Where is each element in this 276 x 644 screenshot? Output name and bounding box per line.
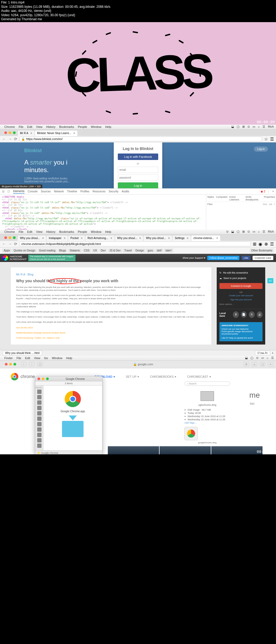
close-button[interactable]	[5, 363, 8, 366]
maximize-button[interactable]	[13, 236, 16, 239]
menu-icon[interactable]: ☰	[263, 230, 265, 234]
sidebar-button[interactable]: ▢	[37, 362, 43, 366]
app-menu[interactable]: Finder	[4, 356, 13, 360]
window-menu[interactable]: Window	[91, 125, 101, 128]
bookmark[interactable]: Travel	[123, 248, 133, 253]
close-icon[interactable]: ×	[30, 131, 32, 135]
ext-icon[interactable]: ⊕	[264, 241, 268, 247]
url-input[interactable]: chrome-extension://nlipoenfbbikpbjkfpfil…	[19, 241, 251, 246]
history-menu[interactable]: History	[46, 230, 55, 233]
menu-icon[interactable]: ☰	[263, 125, 265, 129]
create-account-link[interactable]: Create your own account	[219, 294, 263, 298]
bookmark[interactable]: Blogs	[57, 248, 67, 253]
reload-button[interactable]: ⟳	[14, 137, 17, 141]
audits-tab[interactable]: Audits	[122, 189, 129, 193]
minimize-button[interactable]	[9, 131, 11, 134]
forward-button[interactable]: →	[8, 242, 12, 246]
google-connect-button[interactable]: Connect to Google	[219, 283, 263, 289]
tag-pill[interactable]: 🏷	[267, 278, 273, 283]
search-icon[interactable]: ⌕	[258, 230, 260, 234]
sidebar-item[interactable]	[37, 400, 42, 405]
dropbox-icon[interactable]: ⬓	[245, 356, 248, 360]
add-icon[interactable]: +	[274, 203, 275, 206]
sidebar-item[interactable]	[37, 406, 42, 410]
email-input[interactable]	[118, 167, 158, 173]
save-pdf-button[interactable]: 📄	[241, 311, 247, 318]
sidebar-item[interactable]	[37, 438, 42, 442]
bookmarks-menu[interactable]: Bookmarks	[59, 125, 74, 128]
forward-button[interactable]: →	[8, 137, 12, 141]
computed-tab[interactable]: Computed	[216, 196, 227, 201]
bookmark[interactable]: CSS	[82, 248, 91, 253]
view-menu[interactable]: View	[36, 230, 43, 233]
search-icon[interactable]: ⌕	[258, 125, 260, 129]
elements-tab[interactable]: Elements	[13, 189, 25, 194]
reload-button[interactable]: ⟳	[14, 242, 17, 246]
tab[interactable]: Why you shoul...×	[115, 236, 143, 241]
bookmark[interactable]: Dev	[99, 248, 107, 253]
tab[interactable]: chrome-extensi...×	[191, 236, 220, 241]
chromecast-link[interactable]: CHROMECAST ▾	[187, 375, 211, 379]
forward-button[interactable]: ›	[29, 362, 34, 366]
sidebar-item[interactable]	[37, 411, 42, 415]
window-menu[interactable]: Window	[91, 230, 101, 233]
menu-icon[interactable]: ☰	[270, 241, 274, 247]
inspect-icon[interactable]: ⊡	[2, 189, 4, 193]
info-icon[interactable]: ⓘ	[250, 356, 253, 360]
finder-titlebar[interactable]: Google Chrome	[35, 376, 102, 381]
info-icon[interactable]: ⓘ	[237, 125, 240, 129]
battery-icon[interactable]: ▭	[253, 230, 255, 234]
copy-button[interactable]: ⎘	[249, 311, 254, 318]
network-tab[interactable]: Network	[54, 189, 64, 193]
close-button[interactable]	[4, 131, 7, 134]
help-menu[interactable]: Help	[105, 125, 111, 128]
dropbox-icon[interactable]: ⬓	[231, 125, 234, 129]
sidebar-item[interactable]	[37, 433, 42, 437]
mac-menubar[interactable]: Chrome File Edit View History Bookmarks …	[0, 125, 276, 130]
view-menu[interactable]: View	[36, 125, 43, 128]
app-menu[interactable]: Chrome	[4, 230, 15, 233]
minimize-button[interactable]	[42, 377, 44, 380]
login-button[interactable]: Log in	[118, 182, 158, 188]
bookmark[interactable]: Design	[134, 248, 146, 253]
icon[interactable]: ⊙	[226, 230, 229, 234]
user-name[interactable]: Rich	[268, 230, 274, 234]
maximize-button[interactable]	[13, 363, 16, 366]
filter-input[interactable]	[207, 203, 263, 206]
props-tab[interactable]: Properties	[264, 196, 275, 201]
print-button[interactable]: 🖨	[257, 311, 263, 318]
login-link[interactable]: Log-in	[254, 146, 268, 152]
setup-link[interactable]: SET UP ▾	[126, 375, 139, 379]
file-menu[interactable]: File	[19, 230, 23, 233]
more-icon[interactable]: ⋮	[267, 189, 270, 193]
back-button[interactable]: ‹	[21, 362, 26, 366]
ext-icon[interactable]: ◉	[258, 241, 262, 247]
battery-icon[interactable]: ▭	[261, 356, 264, 360]
new-tab-button[interactable]: +	[268, 362, 273, 366]
security-tab[interactable]: Security	[109, 189, 118, 193]
styles-tab[interactable]: Styles	[207, 196, 214, 201]
maximize-button[interactable]	[46, 377, 49, 380]
wifi-icon[interactable]: ⊙	[247, 125, 250, 129]
mac-menubar[interactable]: Finder File Edit View Go Window Help ⬓ ⓘ…	[0, 356, 276, 361]
tab[interactable]: Why you shoul...×	[18, 236, 46, 241]
close-icon[interactable]: ×	[73, 131, 75, 135]
close-button[interactable]	[4, 236, 7, 239]
window-menu[interactable]: Window	[52, 356, 62, 360]
help-menu[interactable]: Help	[66, 356, 72, 360]
bookmark[interactable]: Other Bookmarks	[250, 248, 274, 253]
profiles-tab[interactable]: Profiles	[80, 189, 89, 193]
facebook-login-button[interactable]: Log in with Facebook	[118, 154, 158, 160]
url-input[interactable]: 🔒https://www.blinkist.com/en/	[19, 137, 262, 141]
applications-folder-icon[interactable]	[62, 421, 84, 437]
chromebooks-link[interactable]: CHROMEBOOKS ▾	[150, 375, 176, 379]
hov-toggle[interactable]: :hov	[263, 203, 267, 206]
signin-link[interactable]: Sign into your account	[219, 298, 263, 302]
share-button[interactable]: ⎋	[252, 362, 257, 366]
file-menu[interactable]: File	[16, 356, 21, 360]
ext-icon[interactable]: ⊞	[253, 241, 256, 247]
reload-button[interactable]: ⟳	[244, 362, 249, 366]
people-menu[interactable]: People	[78, 230, 87, 233]
fb-like-button[interactable]: Like	[242, 256, 250, 260]
edit-menu[interactable]: Edit	[27, 230, 32, 233]
